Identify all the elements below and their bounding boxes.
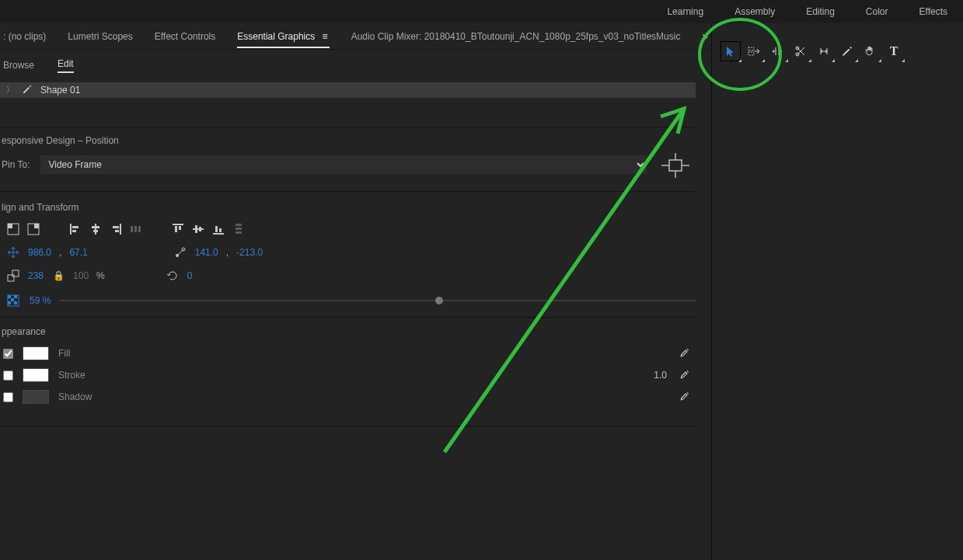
- opacity-icon[interactable]: [6, 294, 20, 308]
- tab-essential-graphics[interactable]: Essential Graphics ≡: [237, 31, 329, 48]
- opacity-value[interactable]: 59 %: [30, 295, 51, 306]
- ripple-edit-tool[interactable]: [768, 42, 787, 61]
- align-hcenter-icon[interactable]: [89, 222, 103, 236]
- shadow-row: Shadow: [3, 390, 695, 404]
- svg-rect-17: [115, 230, 119, 232]
- svg-rect-11: [72, 230, 76, 232]
- razor-tool[interactable]: [791, 42, 810, 61]
- svg-rect-8: [34, 224, 39, 228]
- hand-tool[interactable]: [861, 42, 880, 61]
- align-icons-row: [6, 222, 696, 236]
- selection-tool[interactable]: [721, 42, 740, 61]
- anchor-icon[interactable]: [173, 245, 187, 259]
- eyedropper-icon[interactable]: [679, 369, 690, 382]
- track-select-tool[interactable]: [745, 42, 763, 61]
- divider: [0, 317, 696, 318]
- panel-overflow-icon[interactable]: »: [702, 30, 708, 42]
- svg-rect-25: [195, 225, 197, 233]
- pen-tool[interactable]: [838, 42, 857, 61]
- workspace-color[interactable]: Color: [866, 6, 888, 17]
- pin-widget[interactable]: [658, 153, 693, 178]
- svg-rect-16: [113, 226, 119, 228]
- stroke-width[interactable]: 1.0: [654, 370, 667, 381]
- svg-rect-41: [8, 301, 11, 304]
- type-tool[interactable]: T: [884, 42, 903, 61]
- rotation-icon[interactable]: [166, 269, 180, 283]
- svg-rect-35: [8, 275, 14, 281]
- box-rt-icon[interactable]: [26, 222, 40, 236]
- workspace-effects[interactable]: Effects: [919, 6, 947, 17]
- percent-label: %: [96, 270, 105, 281]
- svg-rect-30: [236, 224, 242, 226]
- fill-checkbox[interactable]: [3, 349, 13, 359]
- workspace-editing[interactable]: Editing: [806, 6, 835, 17]
- pen-icon: [22, 84, 33, 97]
- svg-rect-28: [215, 226, 218, 232]
- divider: [0, 127, 696, 127]
- svg-rect-10: [72, 226, 79, 228]
- tab-effect-controls[interactable]: Effect Controls: [155, 31, 215, 42]
- svg-rect-31: [236, 228, 242, 230]
- scale-locked: 100: [73, 270, 89, 281]
- subtab-browse[interactable]: Browse: [3, 60, 34, 71]
- chevron-right-icon: 〉: [6, 85, 14, 96]
- align-left-icon[interactable]: [68, 222, 82, 236]
- essential-graphics-subtabs: Browse Edit: [0, 54, 696, 76]
- anchor-y[interactable]: -213.0: [236, 247, 263, 258]
- svg-rect-26: [199, 227, 201, 231]
- workspace-assembly[interactable]: Assembly: [734, 6, 775, 17]
- layer-name: Shape 01: [40, 85, 80, 96]
- svg-rect-23: [179, 226, 181, 230]
- svg-rect-32: [236, 231, 242, 234]
- shadow-checkbox[interactable]: [3, 392, 13, 402]
- align-right-icon[interactable]: [109, 222, 123, 236]
- distribute-h-icon[interactable]: [129, 222, 143, 236]
- svg-rect-40: [11, 298, 14, 301]
- slip-tool[interactable]: [815, 42, 833, 61]
- svg-rect-20: [138, 226, 141, 232]
- tab-lumetri-scopes[interactable]: Lumetri Scopes: [68, 31, 132, 42]
- svg-rect-18: [131, 226, 133, 232]
- opacity-slider[interactable]: [60, 300, 696, 301]
- align-bottom-icon[interactable]: [211, 222, 225, 236]
- fill-label: Fill: [58, 348, 70, 359]
- svg-rect-14: [93, 230, 98, 232]
- svg-rect-45: [748, 52, 754, 55]
- tab-audio-clip-mixer[interactable]: Audio Clip Mixer: 20180410_BToutounji_AC…: [351, 31, 681, 42]
- position-x[interactable]: 986.0: [28, 247, 51, 258]
- position-y[interactable]: 67.1: [69, 247, 87, 258]
- link-icon[interactable]: 🔒: [51, 269, 65, 283]
- stroke-checkbox[interactable]: [3, 370, 13, 381]
- stroke-swatch[interactable]: [23, 368, 49, 382]
- rotation-value[interactable]: 0: [187, 270, 193, 281]
- fill-row: Fill: [3, 346, 695, 360]
- svg-rect-44: [748, 47, 754, 50]
- layer-row[interactable]: 〉 Shape 01: [0, 82, 696, 98]
- responsive-design-section: esponsive Design – Position Pin To: Vide…: [0, 135, 696, 174]
- program-toolbar: T: [721, 42, 903, 61]
- panel-menu-icon[interactable]: ≡: [323, 31, 330, 42]
- pin-to-select[interactable]: Video Frame: [40, 155, 647, 174]
- eyedropper-icon[interactable]: [679, 347, 690, 360]
- shadow-swatch[interactable]: [23, 390, 49, 404]
- panel-divider[interactable]: [711, 23, 712, 560]
- align-vcenter-icon[interactable]: [191, 222, 205, 236]
- scale-icon[interactable]: [6, 269, 20, 283]
- svg-rect-6: [8, 224, 12, 228]
- eyedropper-icon[interactable]: [679, 391, 690, 404]
- fill-swatch[interactable]: [23, 346, 49, 360]
- subtab-edit[interactable]: Edit: [58, 58, 74, 73]
- align-transform-title: lign and Transform: [2, 202, 696, 213]
- appearance-title: ppearance: [2, 326, 696, 337]
- anchor-x[interactable]: 141.0: [195, 247, 218, 258]
- scale-value[interactable]: 238: [28, 270, 44, 281]
- distribute-v-icon[interactable]: [232, 222, 246, 236]
- workspace-learning[interactable]: Learning: [667, 6, 703, 17]
- svg-rect-19: [134, 226, 137, 232]
- position-icon[interactable]: [6, 245, 20, 259]
- tab-source[interactable]: : (no clips): [3, 31, 46, 42]
- svg-rect-13: [92, 226, 99, 228]
- svg-rect-42: [14, 301, 17, 304]
- box-lt-icon[interactable]: [6, 222, 20, 236]
- align-top-icon[interactable]: [171, 222, 185, 236]
